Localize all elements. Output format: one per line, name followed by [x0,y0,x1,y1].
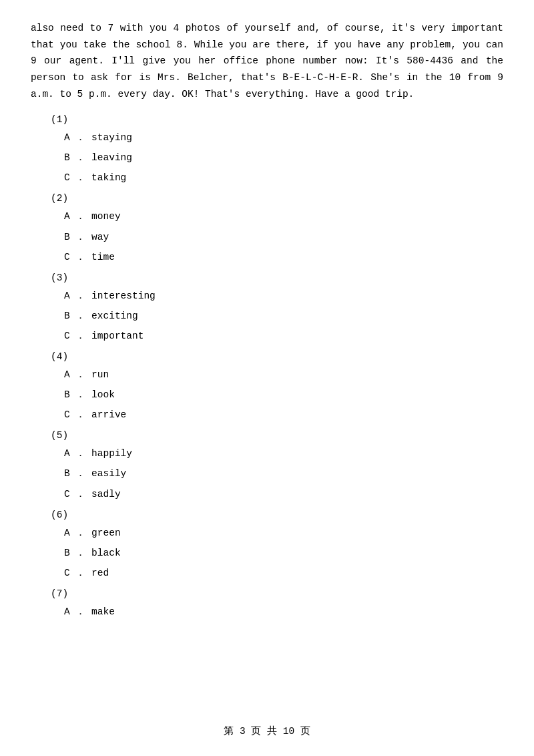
option-4-a: A ． run [64,366,503,383]
option-5-b: B ． easily [64,465,503,482]
option-4-c: C ． arrive [64,406,503,423]
option-5-c: C ． sadly [64,486,503,503]
option-3-c: C ． important [64,327,503,345]
option-6-c: C ． red [64,564,503,582]
question-number-7: (7) [51,588,503,599]
question-number-5: (5) [51,430,503,441]
option-6-a: A ． green [64,524,503,542]
option-2-a: A ． money [64,208,503,225]
question-number-3: (3) [51,272,503,283]
option-2-b: B ． way [64,228,503,246]
option-1-c: C ． taking [64,169,503,186]
option-5-a: A ． happily [64,445,503,462]
option-1-b: B ． leaving [64,149,503,166]
option-7-a: A ． make [64,603,503,620]
question-number-6: (6) [51,510,503,520]
question-number-4: (4) [51,351,503,362]
question-number-1: (1) [51,114,503,125]
option-1-a: A ． staying [64,129,503,146]
option-2-c: C ． time [64,248,503,266]
option-6-b: B ． black [64,544,503,562]
option-3-a: A ． interesting [64,287,503,305]
option-4-b: B ． look [64,386,503,403]
option-3-b: B ． exciting [64,307,503,325]
passage: also need to 7 with you 4 photos of your… [31,20,503,102]
page-footer: 第 3 页 共 10 页 [0,725,534,737]
question-number-2: (2) [51,193,503,204]
